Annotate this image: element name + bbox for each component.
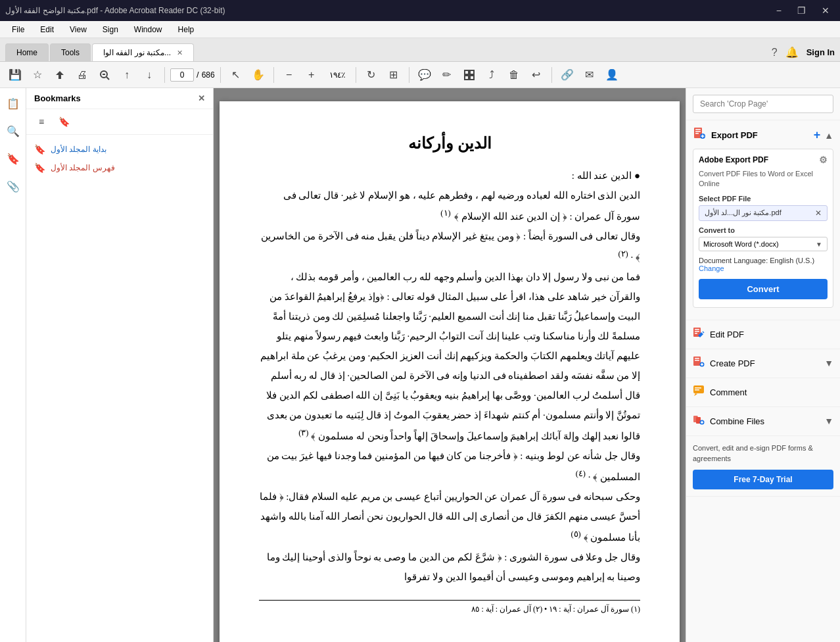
menu-view[interactable]: View bbox=[63, 24, 93, 36]
create-pdf-chevron-icon[interactable]: ▼ bbox=[824, 358, 833, 368]
free-trial-button[interactable]: Free 7-Day Trial bbox=[693, 470, 833, 489]
pen-button[interactable]: ✏ bbox=[437, 65, 457, 85]
svg-rect-8 bbox=[695, 129, 701, 130]
comment-panel-icon bbox=[693, 385, 705, 400]
bell-icon[interactable]: 🔔 bbox=[785, 46, 799, 59]
edit-pdf-icon bbox=[693, 327, 705, 342]
restore-button[interactable]: ❐ bbox=[792, 4, 811, 17]
bookmark-item-2[interactable]: 🔖 فهرس المجلد الأول bbox=[26, 159, 213, 177]
menu-help[interactable]: Help bbox=[172, 24, 201, 36]
minimize-button[interactable]: − bbox=[771, 4, 787, 17]
close-button[interactable]: ✕ bbox=[816, 4, 835, 17]
convert-button[interactable]: Convert bbox=[699, 279, 828, 299]
undo-button[interactable]: ↩ bbox=[526, 65, 546, 85]
titlebar-title: مكتبة الواضح الفقه الأول.pdf - Adobe Acr… bbox=[5, 6, 225, 15]
pdf-line-3: وقال تعالى فى السورة أيضاً : ﴿ ومن يبتغ … bbox=[259, 226, 640, 267]
svg-rect-16 bbox=[695, 331, 699, 332]
adobe-export-title-text: Adobe Export PDF bbox=[699, 155, 768, 164]
pdf-content: ● الدين عند الله : الدين الذى اختاره الل… bbox=[259, 166, 640, 587]
export-pdf-section: Export PDF + ▲ Adobe Export PDF ⚙ Conver… bbox=[686, 120, 840, 320]
help-icon[interactable]: ? bbox=[772, 47, 778, 59]
cursor-tool-button[interactable]: ↖ bbox=[226, 65, 246, 85]
combine-files-icon bbox=[693, 414, 705, 429]
file-remove-icon[interactable]: ✕ bbox=[815, 209, 822, 218]
mail-button[interactable]: ✉ bbox=[580, 65, 599, 85]
sidebar-tool-list[interactable]: ≡ bbox=[33, 113, 50, 130]
fit-page-button[interactable]: ⊞ bbox=[384, 65, 404, 85]
tab-close-icon[interactable]: ✕ bbox=[177, 49, 183, 57]
sidebar-tool-bookmark[interactable]: 🔖 bbox=[55, 113, 72, 130]
export-pdf-chevron-icon[interactable]: ▲ bbox=[824, 130, 833, 141]
titlebar: مكتبة الواضح الفقه الأول.pdf - Adobe Acr… bbox=[0, 0, 840, 21]
pdf-page: الدين وأركانه ● الدين عند الله : الدين ا… bbox=[220, 101, 680, 642]
pdf-viewer[interactable]: الدين وأركانه ● الدين عند الله : الدين ا… bbox=[214, 88, 686, 642]
sidebar-tools: ≡ 🔖 bbox=[26, 109, 213, 135]
comment-item[interactable]: Comment bbox=[686, 378, 840, 407]
export-pdf-header-left: Export PDF bbox=[693, 127, 758, 143]
export-pdf-plus-icon[interactable]: + bbox=[814, 128, 821, 142]
page-number-input[interactable] bbox=[170, 68, 194, 82]
tools-button[interactable] bbox=[459, 65, 479, 85]
pdf-line-4: فما من نبى ولا رسول إلا دان بهذا الدين و… bbox=[259, 267, 640, 446]
promo-text: Convert, edit and e-sign PDF forms & agr… bbox=[693, 444, 813, 463]
separator-6 bbox=[551, 67, 552, 83]
svg-rect-6 bbox=[470, 76, 474, 80]
menu-file[interactable]: File bbox=[5, 24, 31, 36]
menu-window[interactable]: Window bbox=[128, 24, 169, 36]
tab-doc-label: مكتبة نور الفقه الوا... bbox=[103, 48, 171, 57]
bookmark-side-icon[interactable]: 🔖 bbox=[3, 149, 23, 168]
promo-section: Convert, edit and e-sign PDF forms & agr… bbox=[686, 436, 840, 497]
create-pdf-item[interactable]: Create PDF ▼ bbox=[686, 349, 840, 378]
separator-3 bbox=[273, 67, 274, 83]
sidebar-close-icon[interactable]: ✕ bbox=[198, 93, 205, 103]
user-button[interactable]: 👤 bbox=[602, 65, 622, 85]
edit-pdf-item[interactable]: Edit PDF bbox=[686, 320, 840, 349]
total-pages: 686 bbox=[202, 70, 215, 80]
create-pdf-label: Create PDF bbox=[710, 358, 755, 368]
separator-2 bbox=[220, 67, 221, 83]
save-button[interactable]: 💾 bbox=[5, 65, 25, 85]
zoom-out-button[interactable]: − bbox=[279, 65, 299, 85]
tab-home[interactable]: Home bbox=[5, 43, 49, 61]
page-separator: / bbox=[197, 70, 199, 80]
share2-button[interactable]: ⤴ bbox=[482, 65, 502, 85]
convert-to-select[interactable]: Microsoft Word (*.docx) Microsoft Excel … bbox=[699, 237, 828, 251]
create-pdf-icon bbox=[693, 356, 705, 371]
signin-button[interactable]: Sign In bbox=[806, 47, 835, 57]
trash-button[interactable]: 🗑 bbox=[504, 65, 524, 85]
bookmark-label-1: بداية المجلد الأول bbox=[51, 145, 106, 154]
doc-lang-change-link[interactable]: Change bbox=[699, 264, 724, 272]
zoom-fit-button[interactable] bbox=[95, 65, 114, 85]
attachment-icon[interactable]: 📎 bbox=[3, 176, 23, 196]
right-panel-search bbox=[686, 88, 840, 120]
menu-sign[interactable]: Sign bbox=[96, 24, 125, 36]
link-button[interactable]: 🔗 bbox=[557, 65, 577, 85]
rotate-button[interactable]: ↻ bbox=[362, 65, 381, 85]
separator-1 bbox=[164, 67, 165, 83]
bookmark-item-1[interactable]: 🔖 بداية المجلد الأول bbox=[26, 140, 213, 159]
clipboard-icon[interactable]: 📋 bbox=[3, 93, 23, 113]
combine-files-item[interactable]: Combine Files ▼ bbox=[686, 407, 840, 436]
share-button[interactable] bbox=[50, 65, 70, 85]
zoom-in-button[interactable]: + bbox=[302, 65, 321, 85]
svg-rect-5 bbox=[465, 76, 469, 80]
prev-page-button[interactable]: ↑ bbox=[117, 65, 137, 85]
pdf-title: الدين وأركانه bbox=[259, 134, 640, 153]
combine-files-chevron-icon[interactable]: ▼ bbox=[824, 416, 833, 426]
tab-tools[interactable]: Tools bbox=[50, 43, 91, 61]
svg-rect-15 bbox=[695, 329, 699, 330]
bookmark-button[interactable]: ☆ bbox=[28, 65, 47, 85]
adobe-settings-icon[interactable]: ⚙ bbox=[819, 155, 828, 165]
search-side-icon[interactable]: 🔍 bbox=[3, 121, 23, 141]
comment-button[interactable]: 💬 bbox=[415, 65, 434, 85]
svg-rect-29 bbox=[697, 416, 702, 417]
print-button[interactable]: 🖨 bbox=[72, 65, 92, 85]
tab-doc[interactable]: مكتبة نور الفقه الوا... ✕ bbox=[92, 43, 194, 61]
hand-tool-button[interactable]: ✋ bbox=[248, 65, 268, 85]
next-page-button[interactable]: ↓ bbox=[139, 65, 159, 85]
edit-pdf-label: Edit PDF bbox=[710, 330, 744, 339]
bookmark-label-2: فهرس المجلد الأول bbox=[51, 163, 115, 172]
doc-lang-value: English (U.S.) bbox=[770, 257, 814, 264]
crop-page-search[interactable] bbox=[693, 95, 833, 113]
menu-edit[interactable]: Edit bbox=[34, 24, 60, 36]
